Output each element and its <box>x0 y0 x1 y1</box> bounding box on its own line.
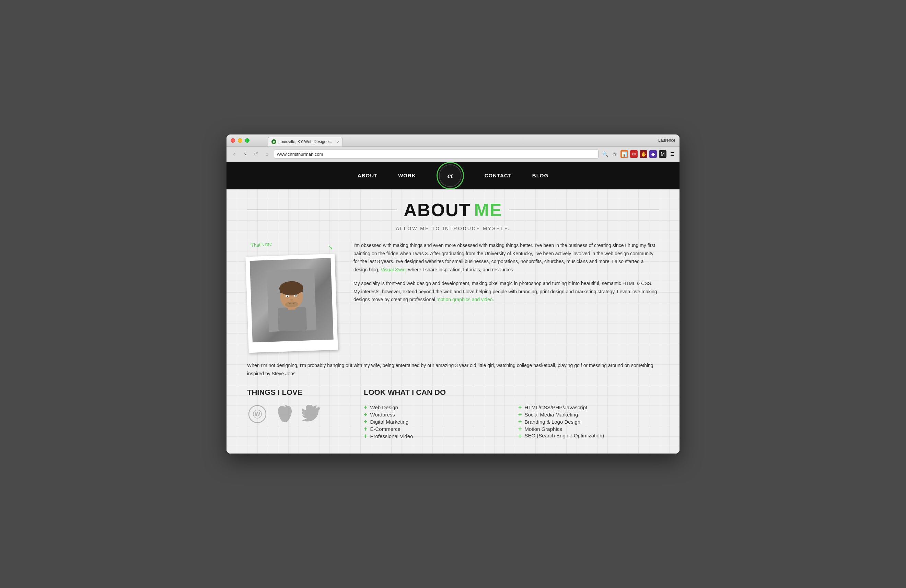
skill-label: Digital Marketing <box>370 419 409 425</box>
url-text: www.christhurman.com <box>277 151 323 157</box>
about-subtitle: ALLOW ME TO INTRODUCE MYSELF. <box>247 226 659 231</box>
nav-bar: ‹ › ↺ ⌂ www.christhurman.com 🔍 ☆ 📊 ✉ ✋ ◆… <box>226 147 680 162</box>
heading-line-right <box>509 210 659 210</box>
site-logo[interactable]: ct <box>437 162 464 190</box>
heading-text: ABOUT ME <box>397 200 509 220</box>
skill-label: Wordpress <box>370 412 395 417</box>
back-button[interactable]: ‹ <box>230 150 238 158</box>
skill-label: Web Design <box>370 405 398 410</box>
can-do-title: LOOK WHAT I CAN DO <box>364 388 659 397</box>
skill-label: SEO (Search Engine Optimization) <box>525 433 605 438</box>
plus-icon: + <box>518 433 522 440</box>
pocket-icon[interactable]: ◆ <box>649 150 657 158</box>
profile-photo <box>250 258 333 343</box>
nav-blog[interactable]: BLOG <box>532 172 549 178</box>
fullscreen-button[interactable] <box>245 138 249 143</box>
plus-icon: + <box>364 418 368 425</box>
love-icons: W <box>247 404 350 424</box>
skill-item: + Professional Video <box>364 433 504 440</box>
tab-title: Louisville, KY Web Designe... <box>278 139 332 144</box>
address-bar[interactable]: www.christhurman.com <box>274 150 598 158</box>
bio-section: That's me ↘ <box>247 242 659 351</box>
things-i-love-section: THINGS I LOVE W <box>247 388 350 424</box>
skill-label: E-Commerce <box>370 426 400 432</box>
skill-item: + HTML/CSS/PHP/Javascript <box>518 404 659 411</box>
personal-text: When I'm not designing, I'm probably han… <box>247 362 659 378</box>
nav-work[interactable]: WORK <box>398 172 416 178</box>
skill-label: Professional Video <box>370 433 413 439</box>
logo-inner: ct <box>439 164 462 187</box>
me-word: ME <box>474 200 502 220</box>
refresh-button[interactable]: ↺ <box>252 150 260 158</box>
skill-label: Social Media Marketing <box>525 412 578 417</box>
plus-icon: + <box>518 425 522 433</box>
plus-icon: + <box>364 411 368 418</box>
plus-icon: + <box>518 418 522 425</box>
bird-svg <box>302 405 322 423</box>
title-bar: ct Louisville, KY Web Designe... ✕ Laure… <box>226 134 680 147</box>
search-icon[interactable]: 🔍 <box>601 150 609 158</box>
heading-line-left <box>247 210 397 210</box>
mail-icon[interactable]: ✉ <box>630 150 638 158</box>
browser-window: ct Louisville, KY Web Designe... ✕ Laure… <box>226 134 680 454</box>
bio-paragraph-2: My specialty is front-end web design and… <box>354 280 659 304</box>
logo-text: ct <box>448 171 453 180</box>
skill-item: + Motion Graphics <box>518 425 659 433</box>
skill-item: + SEO (Search Engine Optimization) <box>518 433 659 440</box>
plus-icon: + <box>364 425 368 433</box>
home-button[interactable]: ⌂ <box>263 150 271 158</box>
analytics-icon[interactable]: 📊 <box>620 150 628 158</box>
photo-polaroid <box>246 253 338 353</box>
active-tab[interactable]: ct Louisville, KY Web Designe... ✕ <box>268 137 343 147</box>
person-silhouette <box>266 268 317 332</box>
main-content: ABOUT ME ALLOW ME TO INTRODUCE MYSELF. T… <box>226 190 680 454</box>
skills-grid: + Web Design + Wordpress + Digital Marke… <box>364 404 659 440</box>
can-do-section: LOOK WHAT I CAN DO + Web Design + Wordpr… <box>364 388 659 440</box>
dark-mail-icon[interactable]: M <box>659 150 667 158</box>
close-button[interactable] <box>231 138 235 143</box>
motion-graphics-link[interactable]: motion graphics and video <box>437 297 493 302</box>
tab-favicon: ct <box>271 139 276 144</box>
nav-items: ABOUT WORK ct CONTACT BLOG <box>357 162 549 190</box>
user-name: Laurence <box>658 138 675 143</box>
wordpress-icon: W <box>247 404 268 424</box>
bio-paragraph-1: I'm obsessed with making things and even… <box>354 242 659 274</box>
skill-item: + Social Media Marketing <box>518 411 659 418</box>
website-content: ABOUT WORK ct CONTACT BLOG ABOUT ME <box>226 162 680 454</box>
skill-item: + Branding & Logo Design <box>518 418 659 425</box>
bio-text: I'm obsessed with making things and even… <box>354 242 659 351</box>
bottom-sections: THINGS I LOVE W <box>247 388 659 440</box>
skill-label: HTML/CSS/PHP/Javascript <box>525 405 587 410</box>
about-heading: ABOUT ME <box>247 200 659 220</box>
block-icon[interactable]: ✋ <box>640 150 647 158</box>
plus-icon: + <box>364 433 368 440</box>
site-nav: ABOUT WORK ct CONTACT BLOG <box>226 162 680 190</box>
skill-item: + Wordpress <box>364 411 504 418</box>
minimize-button[interactable] <box>238 138 242 143</box>
about-word: ABOUT <box>404 200 471 220</box>
skill-label: Motion Graphics <box>525 426 562 432</box>
photo-container: That's me ↘ <box>247 242 343 351</box>
toolbar-icons: 🔍 ☆ 📊 ✉ ✋ ◆ M ☰ <box>601 150 676 158</box>
plus-icon: + <box>518 404 522 411</box>
visual-swirl-link[interactable]: Visual Swirl <box>381 267 405 272</box>
svg-rect-1 <box>278 307 307 331</box>
plus-icon: + <box>364 404 368 411</box>
wordpress-svg: W <box>248 405 266 423</box>
svg-rect-5 <box>280 285 303 293</box>
skills-col1: + Web Design + Wordpress + Digital Marke… <box>364 404 504 440</box>
svg-text:W: W <box>255 411 260 417</box>
skills-col2: + HTML/CSS/PHP/Javascript + Social Media… <box>518 404 659 440</box>
star-icon[interactable]: ☆ <box>611 150 619 158</box>
forward-button[interactable]: › <box>241 150 249 158</box>
traffic-lights <box>231 138 249 143</box>
nav-about[interactable]: ABOUT <box>357 172 378 178</box>
nav-contact[interactable]: CONTACT <box>485 172 512 178</box>
skill-item: + Web Design <box>364 404 504 411</box>
plus-icon: + <box>518 411 522 418</box>
skill-item: + Digital Marketing <box>364 418 504 425</box>
menu-icon[interactable]: ☰ <box>668 150 676 158</box>
skill-label: Branding & Logo Design <box>525 419 581 425</box>
twitter-bird-icon <box>302 404 322 424</box>
tab-close-icon[interactable]: ✕ <box>337 140 340 144</box>
